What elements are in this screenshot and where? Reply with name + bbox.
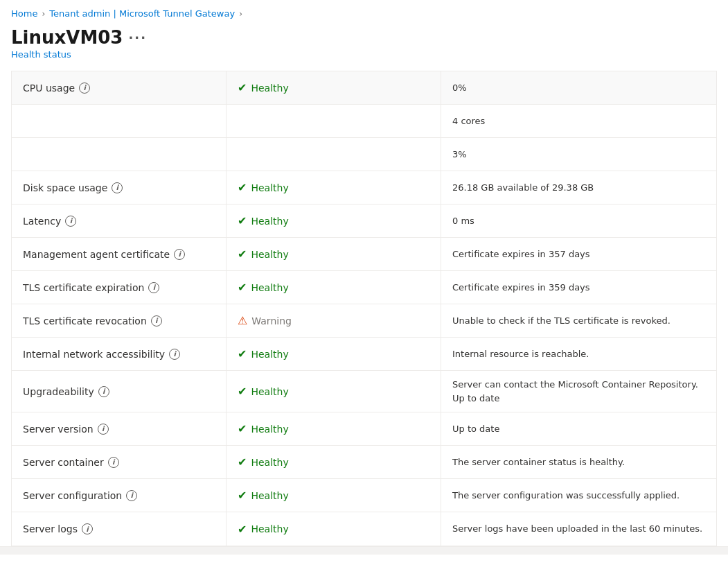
status-cell: ✔Healthy — [227, 412, 441, 445]
more-options-icon[interactable]: ··· — [128, 31, 147, 45]
label-cell: Server configurationi — [12, 479, 227, 512]
info-icon[interactable]: i — [108, 457, 119, 468]
info-icon[interactable]: i — [174, 249, 185, 260]
label-cell — [12, 138, 227, 171]
info-icon[interactable]: i — [79, 82, 90, 94]
detail-text: Unable to check if the TLS certificate i… — [452, 314, 671, 328]
detail-text: The server container status is healthy. — [452, 455, 625, 469]
info-icon[interactable]: i — [98, 424, 109, 435]
detail-text: Up to date — [452, 422, 499, 436]
detail-text: Internal resource is reachable. — [452, 347, 589, 361]
status-cell — [227, 105, 441, 137]
status-label: Healthy — [251, 490, 288, 501]
health-status-table: CPU usageiThe average amount of CPU used… — [11, 71, 717, 546]
status-label: Healthy — [251, 349, 288, 360]
detail-text: 4 cores — [452, 114, 485, 128]
row-label: Upgradeabilityi — [23, 386, 109, 397]
table-row: CPU usageiThe average amount of CPU used… — [12, 71, 716, 105]
status-label: Healthy — [251, 182, 288, 193]
detail-text: 26.18 GB available of 29.38 GB — [452, 181, 594, 195]
checkmark-icon: ✔ — [238, 181, 247, 194]
detail-cell: Certificate expires in 359 days — [441, 271, 716, 304]
page-subtitle: Health status — [11, 49, 717, 60]
label-cell: Internal network accessibilityi — [12, 338, 227, 370]
table-row: Server logsi✔HealthyServer logs have bee… — [12, 512, 716, 546]
table-row: Server versioni✔HealthyUp to date — [12, 412, 716, 446]
info-icon[interactable]: i — [169, 349, 180, 360]
table-row: Server containeri✔HealthyThe server cont… — [12, 446, 716, 479]
breadcrumb-tenant[interactable]: Tenant admin | Microsoft Tunnel Gateway — [49, 8, 235, 19]
table-row: TLS certificate expirationi✔HealthyCerti… — [12, 271, 716, 304]
checkmark-icon: ✔ — [238, 347, 247, 360]
status-healthy: ✔Healthy — [238, 523, 289, 536]
detail-cell: The server container status is healthy. — [441, 446, 716, 478]
detail-cell: Up to date — [441, 412, 716, 445]
row-label: Disk space usagei — [23, 182, 123, 193]
detail-cell: 4 cores — [441, 105, 716, 137]
info-icon[interactable]: i — [65, 216, 76, 227]
detail-text: Up to date — [452, 392, 499, 406]
table-row: 4 cores — [12, 105, 716, 138]
breadcrumb-home[interactable]: Home — [11, 8, 37, 19]
table-row: Latencyi✔Healthy0 ms — [12, 205, 716, 238]
detail-cell: The server configuration was successfull… — [441, 479, 716, 512]
status-healthy: ✔Healthy — [238, 181, 289, 194]
table-row: 3% — [12, 138, 716, 171]
label-cell: Upgradeabilityi — [12, 371, 227, 412]
status-cell: ⚠Warning — [227, 304, 441, 337]
info-icon[interactable]: i — [126, 490, 137, 501]
label-cell: CPU usageiThe average amount of CPU used… — [12, 71, 227, 104]
status-cell: ✔Healthy — [227, 338, 441, 370]
info-icon[interactable]: i — [112, 182, 123, 193]
info-icon[interactable]: i — [148, 282, 159, 293]
status-cell: ✔Healthy — [227, 479, 441, 512]
table-row: Server configurationi✔HealthyThe server … — [12, 479, 716, 512]
checkmark-icon: ✔ — [238, 455, 247, 469]
status-healthy: ✔Healthy — [238, 81, 289, 94]
detail-text: Certificate expires in 359 days — [452, 281, 590, 295]
status-label: Healthy — [251, 457, 288, 468]
detail-text: Server logs have been uploaded in the la… — [452, 522, 702, 536]
checkmark-icon: ✔ — [238, 489, 247, 502]
label-cell: Server logsi — [12, 512, 227, 546]
row-label: Latencyi — [23, 216, 76, 227]
status-label: Healthy — [251, 216, 288, 227]
status-healthy: ✔Healthy — [238, 347, 289, 360]
info-icon[interactable]: i — [98, 386, 109, 397]
status-label: Healthy — [251, 424, 288, 435]
detail-cell: Server can contact the Microsoft Contain… — [441, 371, 716, 412]
scrollbar[interactable] — [0, 546, 728, 555]
row-label: Server configurationi — [23, 490, 137, 501]
label-cell: Latencyi — [12, 205, 227, 237]
detail-cell: 0% — [441, 71, 716, 104]
status-healthy: ✔Healthy — [238, 214, 289, 227]
status-label: Healthy — [251, 386, 288, 397]
detail-cell: 3% — [441, 138, 716, 171]
status-cell: ✔Healthy — [227, 512, 441, 546]
label-cell: Server containeri — [12, 446, 227, 478]
table-row: Internal network accessibilityi✔HealthyI… — [12, 338, 716, 371]
row-label: Server versioni — [23, 424, 109, 435]
label-cell — [12, 105, 227, 137]
status-label: Healthy — [251, 282, 288, 293]
info-icon[interactable]: i — [151, 315, 162, 327]
table-row: Management agent certificatei✔HealthyCer… — [12, 238, 716, 271]
label-cell: Server versioni — [12, 412, 227, 445]
info-icon[interactable]: i — [82, 523, 93, 534]
label-cell: TLS certificate expirationi — [12, 271, 227, 304]
status-cell — [227, 138, 441, 171]
status-cell: ✔Healthy — [227, 238, 441, 270]
page-title-text: LinuxVM03 — [11, 27, 123, 48]
status-cell: ✔Healthy — [227, 271, 441, 304]
detail-cell: 0 ms — [441, 205, 716, 237]
info-tooltip-container[interactable]: iThe average amount of CPU used by the T… — [79, 82, 90, 94]
detail-cell: Internal resource is reachable. — [441, 338, 716, 370]
checkmark-icon: ✔ — [238, 385, 247, 398]
row-label: TLS certificate expirationi — [23, 282, 159, 293]
detail-text: 3% — [452, 148, 467, 162]
status-healthy: ✔Healthy — [238, 422, 289, 435]
status-healthy: ✔Healthy — [238, 455, 289, 469]
status-healthy: ✔Healthy — [238, 247, 289, 261]
label-cell: Disk space usagei — [12, 171, 227, 204]
row-label: Server containeri — [23, 457, 119, 468]
